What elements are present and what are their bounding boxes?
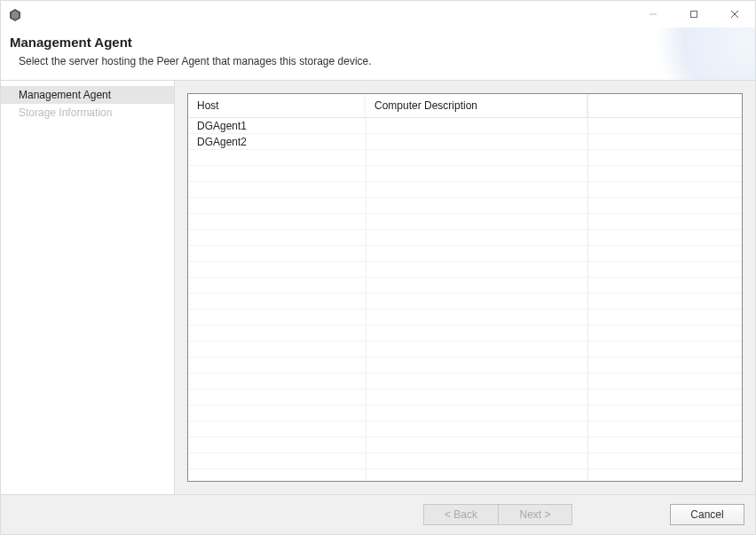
table-row-empty <box>188 150 742 166</box>
table-row-empty <box>188 166 742 182</box>
table-row-empty <box>188 214 742 230</box>
page-title: Management Agent <box>10 35 743 50</box>
maximize-button[interactable] <box>673 1 714 28</box>
sidebar-item-storage-information: Storage Information <box>1 104 174 122</box>
cancel-button[interactable]: Cancel <box>670 504 744 525</box>
table-row-empty <box>188 246 742 262</box>
sidebar-item-management-agent[interactable]: Management Agent <box>1 86 174 104</box>
table-row[interactable]: DGAgent1 <box>188 118 742 134</box>
table-row-empty <box>188 453 742 469</box>
titlebar <box>1 1 755 28</box>
table-row-empty <box>188 310 742 326</box>
sidebar-item-label: Storage Information <box>19 106 112 119</box>
table-body: DGAgent1DGAgent2 <box>188 118 742 481</box>
table-row-empty <box>188 405 742 421</box>
wizard-header: Management Agent Select the server hosti… <box>1 28 755 80</box>
window-controls <box>633 1 755 28</box>
column-header-label: Computer Description <box>374 99 477 112</box>
table-row-empty <box>188 389 742 405</box>
table-row-empty <box>188 342 742 358</box>
table-row-empty <box>188 278 742 294</box>
nav-button-group: < Back Next > <box>423 504 572 525</box>
wizard-body: Management Agent Storage Information Hos… <box>1 81 755 494</box>
agents-table: Host Computer Description DGAgent1DGAgen… <box>187 93 743 482</box>
back-button[interactable]: < Back <box>423 504 498 525</box>
table-row[interactable]: DGAgent2 <box>188 134 742 150</box>
page-subtitle: Select the server hosting the Peer Agent… <box>19 55 743 67</box>
hexagon-icon <box>8 8 22 22</box>
table-row-empty <box>188 421 742 437</box>
table-row-empty <box>188 374 742 389</box>
table-row-empty <box>188 326 742 342</box>
table-row-empty <box>188 358 742 374</box>
table-row-empty <box>188 230 742 246</box>
table-row-empty <box>188 294 742 310</box>
table-row-empty <box>188 198 742 214</box>
table-row-empty <box>188 437 742 453</box>
table-row-empty <box>188 262 742 278</box>
cell-host: DGAgent1 <box>188 120 366 132</box>
column-header-computer-description[interactable]: Computer Description <box>366 94 587 117</box>
close-button[interactable] <box>714 1 755 28</box>
column-header-spacer <box>587 94 742 117</box>
main-panel: Host Computer Description DGAgent1DGAgen… <box>175 81 755 494</box>
column-header-label: Host <box>197 99 219 112</box>
minimize-button[interactable] <box>633 1 673 28</box>
cell-host: DGAgent2 <box>188 136 366 148</box>
next-button[interactable]: Next > <box>498 504 572 525</box>
table-row-empty <box>188 182 742 198</box>
wizard-steps-sidebar: Management Agent Storage Information <box>1 81 175 494</box>
wizard-footer: < Back Next > Cancel <box>1 494 755 534</box>
column-header-host[interactable]: Host <box>188 94 366 117</box>
svg-rect-3 <box>691 12 697 18</box>
table-header: Host Computer Description <box>188 94 742 118</box>
wizard-window: Management Agent Select the server hosti… <box>0 0 756 535</box>
sidebar-item-label: Management Agent <box>19 89 111 101</box>
